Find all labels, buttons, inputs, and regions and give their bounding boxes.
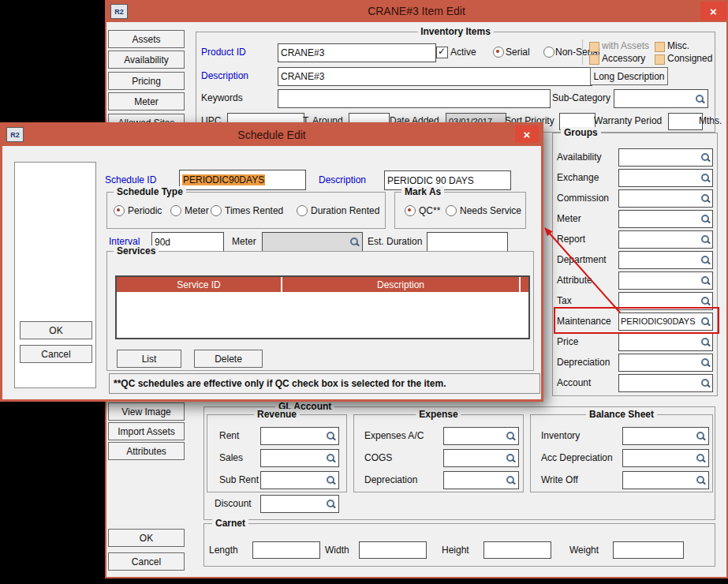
- write-off-input[interactable]: [622, 471, 709, 489]
- height-input[interactable]: [483, 541, 551, 559]
- search-icon[interactable]: [700, 296, 711, 306]
- attribute-group-input[interactable]: [618, 271, 713, 290]
- long-description-button[interactable]: Long Description: [590, 67, 668, 85]
- search-icon[interactable]: [700, 214, 711, 224]
- cogs-input[interactable]: [443, 449, 519, 467]
- search-icon[interactable]: [696, 475, 706, 485]
- report-group-input[interactable]: [618, 230, 713, 249]
- with-assets-checkbox[interactable]: [589, 42, 599, 52]
- dialog-meter-input: [262, 232, 363, 252]
- ok-button[interactable]: OK: [108, 529, 185, 547]
- expenses-ac-input[interactable]: [443, 427, 519, 445]
- search-icon[interactable]: [326, 499, 336, 509]
- price-group-input[interactable]: [618, 333, 713, 351]
- depreciation-group-input[interactable]: [618, 354, 713, 372]
- radio-duration-rented[interactable]: Duration Rented: [297, 205, 379, 216]
- active-checkbox[interactable]: [436, 47, 448, 58]
- services-table-body[interactable]: [117, 294, 528, 338]
- rent-input[interactable]: [260, 427, 339, 445]
- accessory-checkbox[interactable]: [589, 54, 599, 65]
- dialog-cancel-button[interactable]: Cancel: [20, 345, 92, 363]
- sub-rent-label: Sub Rent: [219, 474, 259, 485]
- sidebar-button-import-assets[interactable]: Import Assets: [108, 422, 185, 440]
- account-group-input[interactable]: [618, 374, 713, 392]
- radio-needs-service[interactable]: Needs Service: [446, 205, 521, 216]
- availability-group-input[interactable]: [618, 148, 713, 167]
- services-table-header: Service ID Description: [117, 277, 528, 292]
- balance-sheet-caption: Balance Sheet: [586, 409, 657, 420]
- search-icon[interactable]: [700, 193, 711, 204]
- meter-group-input[interactable]: [618, 210, 713, 228]
- dialog-ok-button[interactable]: OK: [20, 321, 92, 339]
- sidebar-button-assets[interactable]: Assets: [108, 30, 185, 48]
- weight-input[interactable]: [613, 541, 684, 559]
- search-icon[interactable]: [700, 173, 711, 183]
- sidebar-button-attributes[interactable]: Attributes: [108, 442, 185, 460]
- radio-label: QC**: [419, 205, 440, 216]
- radio-qc[interactable]: QC**: [405, 205, 440, 216]
- write-off-label: Write Off: [541, 474, 578, 485]
- department-group-input[interactable]: [618, 251, 713, 269]
- close-icon[interactable]: ×: [700, 2, 726, 21]
- serial-radio[interactable]: [493, 47, 504, 58]
- services-col-service-id: Service ID: [117, 277, 281, 292]
- search-icon[interactable]: [506, 431, 516, 441]
- delete-button[interactable]: Delete: [194, 350, 263, 368]
- misc-checkbox[interactable]: [655, 42, 665, 52]
- width-input[interactable]: [359, 541, 427, 559]
- sales-input[interactable]: [260, 449, 339, 467]
- consigned-checkbox[interactable]: [655, 54, 665, 65]
- inventory-gl-input[interactable]: [622, 427, 709, 445]
- weight-label: Weight: [569, 545, 599, 556]
- search-icon[interactable]: [700, 152, 711, 163]
- sidebar-button-view-image[interactable]: View Image: [108, 402, 185, 421]
- maintenance-group-input[interactable]: PERIODIC90DAYS: [618, 313, 713, 331]
- radio-times-rented[interactable]: Times Rented: [211, 205, 283, 216]
- search-icon[interactable]: [700, 275, 711, 286]
- radio-periodic[interactable]: Periodic: [114, 205, 162, 216]
- search-icon[interactable]: [696, 453, 706, 463]
- radio-meter[interactable]: Meter: [170, 205, 209, 216]
- search-icon[interactable]: [326, 431, 336, 441]
- search-icon[interactable]: [700, 255, 711, 265]
- search-icon[interactable]: [506, 475, 516, 485]
- group-row-tax: Tax: [557, 290, 713, 311]
- close-icon[interactable]: ×: [515, 125, 539, 143]
- group-row-price: Price: [557, 331, 713, 352]
- schedule-id-label: Schedule ID: [105, 174, 156, 185]
- est-duration-input[interactable]: [427, 232, 508, 252]
- search-icon[interactable]: [700, 337, 711, 347]
- cancel-button[interactable]: Cancel: [108, 552, 185, 571]
- length-input[interactable]: [252, 541, 320, 559]
- sub-rent-input[interactable]: [260, 471, 339, 489]
- search-icon[interactable]: [700, 234, 711, 245]
- discount-input[interactable]: [260, 495, 339, 513]
- warranty-period-input[interactable]: [668, 113, 703, 130]
- interval-input[interactable]: 90d: [151, 232, 224, 252]
- sidebar-button-availability[interactable]: Availability: [108, 51, 185, 69]
- depreciation-expense-input[interactable]: [443, 471, 519, 489]
- schedule-id-input[interactable]: PERIODIC90DAYS: [179, 170, 306, 190]
- sidebar-button-pricing[interactable]: Pricing: [108, 72, 185, 90]
- search-icon[interactable]: [506, 453, 516, 463]
- commission-group-input[interactable]: [618, 189, 713, 208]
- acc-depreciation-input[interactable]: [622, 449, 709, 467]
- search-icon[interactable]: [326, 453, 336, 463]
- sub-category-input[interactable]: [614, 89, 708, 108]
- keywords-input[interactable]: [278, 89, 551, 108]
- group-row-label: Price: [557, 336, 618, 347]
- search-icon[interactable]: [695, 94, 705, 104]
- product-id-input[interactable]: CRANE#3: [278, 43, 436, 62]
- search-icon[interactable]: [349, 237, 360, 247]
- search-icon[interactable]: [700, 378, 711, 388]
- list-button[interactable]: List: [117, 350, 181, 368]
- search-icon[interactable]: [700, 358, 711, 368]
- search-icon[interactable]: [326, 475, 336, 485]
- tax-group-input[interactable]: [618, 292, 713, 310]
- description-input[interactable]: CRANE#3: [278, 67, 592, 86]
- search-icon[interactable]: [696, 431, 706, 441]
- exchange-group-input[interactable]: [618, 169, 713, 187]
- search-icon[interactable]: [700, 316, 711, 327]
- non-serial-radio[interactable]: [543, 47, 554, 58]
- sidebar-button-meter[interactable]: Meter: [108, 92, 185, 110]
